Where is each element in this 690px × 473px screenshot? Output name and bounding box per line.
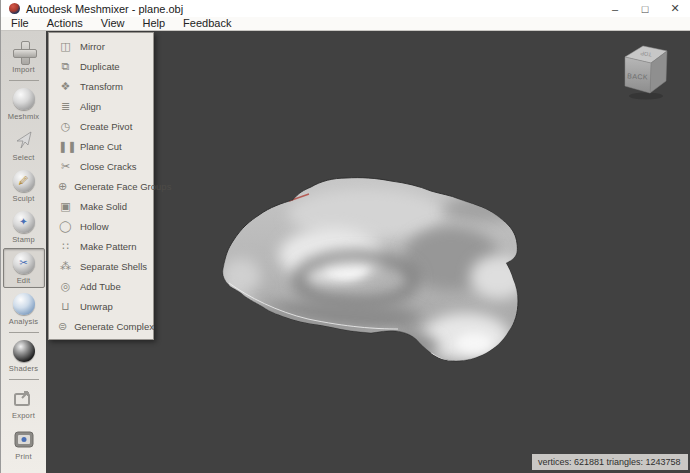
select-arrow-icon xyxy=(12,128,36,152)
sidebar-tool-meshmix[interactable]: Meshmix xyxy=(3,84,45,124)
sidebar-tool-label: Select xyxy=(12,153,34,162)
close-cracks-icon: ✂ xyxy=(58,159,73,174)
create-pivot-icon: ◷ xyxy=(58,119,73,134)
menu-item-generate-face-groups[interactable]: ⊕Generate Face Groups xyxy=(49,176,153,196)
align-icon: ≣ xyxy=(58,99,73,114)
menu-item-label: Plane Cut xyxy=(80,141,122,152)
import-plus-icon xyxy=(12,40,36,64)
sidebar-tool-import[interactable]: Import xyxy=(3,37,45,77)
menu-item-label: Align xyxy=(80,101,101,112)
menu-item-generate-complex[interactable]: ⊜Generate Complex xyxy=(49,316,153,336)
hollow-icon: ◯ xyxy=(58,219,73,234)
sculpt-brush-icon: 🖉 xyxy=(12,169,36,193)
menu-item-label: Make Pattern xyxy=(80,241,137,252)
meshmix-sphere-icon xyxy=(12,87,36,111)
menu-item-label: Add Tube xyxy=(80,281,121,292)
print-icon xyxy=(12,427,36,451)
menu-item-make-solid[interactable]: ▣Make Solid xyxy=(49,196,153,216)
menu-bar: FileActionsViewHelpFeedback xyxy=(1,17,690,31)
menu-item-label: Separate Shells xyxy=(80,261,147,272)
sidebar-tool-label: Analysis xyxy=(9,317,39,326)
menu-item-hollow[interactable]: ◯Hollow xyxy=(49,216,153,236)
menu-item-label: Make Solid xyxy=(80,201,127,212)
menu-item-transform[interactable]: ❖Transform xyxy=(49,76,153,96)
sidebar-tool-print[interactable]: Print xyxy=(3,424,45,464)
shaders-sphere-icon xyxy=(12,339,36,363)
transform-icon: ❖ xyxy=(58,79,73,94)
menu-item-label: Create Pivot xyxy=(80,121,132,132)
menu-item-label: Hollow xyxy=(80,221,109,232)
unwrap-icon: ⊔ xyxy=(58,299,73,314)
menu-item-label: Generate Face Groups xyxy=(74,181,171,192)
sidebar-tool-analysis[interactable]: Analysis xyxy=(3,289,45,329)
menubar-item-view[interactable]: View xyxy=(92,17,134,31)
menu-item-label: Duplicate xyxy=(80,61,120,72)
sidebar-tool-sculpt[interactable]: 🖉Sculpt xyxy=(3,166,45,206)
stamp-icon-overlay: ✦ xyxy=(19,217,27,227)
navigation-cube[interactable]: TOP BACK xyxy=(620,39,674,101)
menu-item-unwrap[interactable]: ⊔Unwrap xyxy=(49,296,153,316)
duplicate-icon: ⧉ xyxy=(58,59,73,74)
sidebar-tool-edit[interactable]: ✂Edit xyxy=(3,248,45,288)
menu-item-plane-cut[interactable]: ❚❚Plane Cut xyxy=(49,136,153,156)
menu-item-label: Mirror xyxy=(80,41,105,52)
menu-item-make-pattern[interactable]: ∷Make Pattern xyxy=(49,236,153,256)
maximize-button[interactable]: □ xyxy=(630,0,660,17)
window-controls: – □ ✕ xyxy=(600,0,690,17)
edit-menu-panel: ◫Mirror⧉Duplicate❖Transform≣Align◷Create… xyxy=(48,32,154,340)
menu-item-label: Generate Complex xyxy=(74,321,154,332)
menubar-item-help[interactable]: Help xyxy=(133,17,174,31)
sidebar-tool-label: Print xyxy=(15,452,31,461)
sidebar-tool-label: Meshmix xyxy=(8,112,39,121)
menu-item-duplicate[interactable]: ⧉Duplicate xyxy=(49,56,153,76)
window-title: Autodesk Meshmixer - plane.obj xyxy=(26,3,183,15)
menu-item-align[interactable]: ≣Align xyxy=(49,96,153,116)
sidebar-divider xyxy=(9,80,39,81)
navcube-front-label: BACK xyxy=(627,72,648,80)
sidebar-tool-shaders[interactable]: Shaders xyxy=(3,336,45,376)
status-badge: vertices: 621881 triangles: 1243758 xyxy=(532,454,688,470)
app-logo-icon xyxy=(9,3,20,14)
export-folder-icon xyxy=(12,386,36,410)
close-button[interactable]: ✕ xyxy=(660,0,690,17)
viewport-3d[interactable]: ◫Mirror⧉Duplicate❖Transform≣Align◷Create… xyxy=(46,31,690,473)
make-solid-icon: ▣ xyxy=(58,199,73,214)
edit-scissors-icon-overlay: ✂ xyxy=(19,258,27,268)
menu-item-label: Close Cracks xyxy=(80,161,137,172)
sidebar-tool-label: Sculpt xyxy=(12,194,34,203)
menu-item-close-cracks[interactable]: ✂Close Cracks xyxy=(49,156,153,176)
sidebar-divider xyxy=(9,332,39,333)
menubar-item-file[interactable]: File xyxy=(1,17,38,31)
stamp-icon: ✦ xyxy=(12,210,36,234)
sidebar-tool-stamp[interactable]: ✦Stamp xyxy=(3,207,45,247)
menubar-item-actions[interactable]: Actions xyxy=(38,17,92,31)
minimize-button[interactable]: – xyxy=(600,0,630,17)
analysis-wireframe-icon xyxy=(12,292,36,316)
main-area: ImportMeshmixSelect🖉Sculpt✦Stamp✂EditAna… xyxy=(1,31,690,473)
sculpt-brush-icon-overlay: 🖉 xyxy=(19,176,29,186)
plane-cut-icon: ❚❚ xyxy=(58,139,73,154)
sidebar-tool-label: Edit xyxy=(17,276,31,285)
menubar-item-feedback[interactable]: Feedback xyxy=(174,17,240,31)
sidebar-tool-select[interactable]: Select xyxy=(3,125,45,165)
mirror-icon: ◫ xyxy=(58,39,73,54)
tool-sidebar: ImportMeshmixSelect🖉Sculpt✦Stamp✂EditAna… xyxy=(1,31,46,473)
sidebar-tool-label: Export xyxy=(12,411,35,420)
menu-item-add-tube[interactable]: ◎Add Tube xyxy=(49,276,153,296)
sidebar-divider xyxy=(9,379,39,380)
make-pattern-icon: ∷ xyxy=(58,239,73,254)
separate-shells-icon: ⁂ xyxy=(58,259,73,274)
sidebar-tool-label: Shaders xyxy=(9,364,38,373)
menu-item-mirror[interactable]: ◫Mirror xyxy=(49,36,153,56)
sidebar-tool-label: Stamp xyxy=(12,235,35,244)
menu-item-create-pivot[interactable]: ◷Create Pivot xyxy=(49,116,153,136)
add-tube-icon: ◎ xyxy=(58,279,73,294)
generate-complex-icon: ⊜ xyxy=(58,319,67,334)
sidebar-tool-label: Import xyxy=(12,65,34,74)
menu-item-label: Transform xyxy=(80,81,123,92)
menu-item-label: Unwrap xyxy=(80,301,113,312)
generate-face-groups-icon: ⊕ xyxy=(58,179,67,194)
title-bar: Autodesk Meshmixer - plane.obj – □ ✕ xyxy=(1,0,690,17)
sidebar-tool-export[interactable]: Export xyxy=(3,383,45,423)
menu-item-separate-shells[interactable]: ⁂Separate Shells xyxy=(49,256,153,276)
